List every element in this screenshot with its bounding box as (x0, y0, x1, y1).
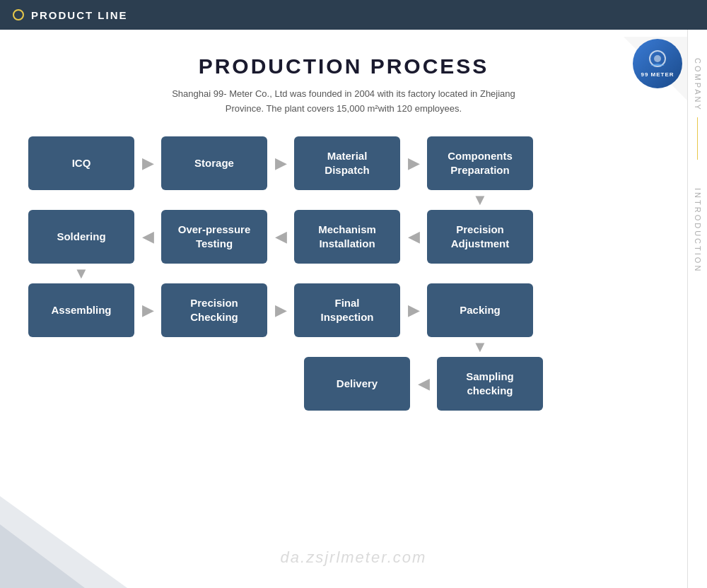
arrow-right-3: ▶ (400, 154, 427, 172)
down-arrow-soldering: ▼ (28, 264, 134, 283)
arrow-left-3: ◀ (400, 228, 427, 246)
process-box-delivery: Delivery (304, 357, 410, 411)
process-box-precision-adjustment: Precision Adjustment (427, 210, 533, 264)
sidebar-text2: INTRODUCTION (694, 188, 702, 273)
page-title: PRODUCTION PROCESS (21, 54, 666, 78)
right-sidebar: COMPANY INTRODUCTION (687, 30, 707, 588)
watermark: da.zsjrlmeter.com (281, 548, 427, 567)
process-row-4: Delivery ◀ Sampling checking (28, 357, 659, 411)
down-arrow-row-2: ▼ (28, 264, 659, 283)
process-box-components-preparation: Components Preparation (427, 136, 533, 190)
arrow-right-2: ▶ (267, 154, 294, 172)
process-box-mechanism: Mechanism Installation (294, 210, 400, 264)
process-row-2: Soldering ◀ Over-pressure Testing ◀ Mech… (28, 210, 659, 264)
arrow-right-6: ▶ (400, 301, 427, 319)
arrow-right-4: ▶ (134, 301, 161, 319)
down-arrow-row-3: ▼ (28, 337, 659, 357)
subtitle-line1: Shanghai 99- Meter Co., Ltd was founded … (172, 88, 515, 99)
process-box-sampling: Sampling checking (437, 357, 543, 411)
down-arrow-cp: ▼ (427, 191, 533, 209)
sidebar-line (697, 117, 698, 160)
process-row-3: Assembling ▶ Precision Checking ▶ Final … (28, 283, 659, 337)
process-box-assembling: Assembling (28, 283, 134, 337)
arrow-left-2: ◀ (267, 228, 294, 246)
process-container: ICQ ▶ Storage ▶ Material Dispatch ▶ Comp… (21, 136, 666, 411)
header-bar: PRODUCT LINE (0, 0, 707, 30)
process-row-1: ICQ ▶ Storage ▶ Material Dispatch ▶ Comp… (28, 136, 659, 190)
process-box-final-inspection: Final Inspection (294, 283, 400, 337)
down-arrow-row-1: ▼ (28, 190, 659, 210)
arrow-left-1: ◀ (134, 228, 161, 246)
process-box-precision-checking: Precision Checking (161, 283, 267, 337)
process-box-over-pressure: Over-pressure Testing (161, 210, 267, 264)
arrow-left-4: ◀ (410, 375, 437, 393)
process-box-storage: Storage (161, 136, 267, 190)
process-box-icq: ICQ (28, 136, 134, 190)
down-arrow-packing: ▼ (427, 338, 533, 356)
process-box-packing: Packing (427, 283, 533, 337)
main-content: PRODUCTION PROCESS Shanghai 99- Meter Co… (0, 30, 687, 588)
header-circle-icon (13, 9, 24, 20)
arrow-right-5: ▶ (267, 301, 294, 319)
subtitle-line2: Province. The plant covers 15,000 m²with… (226, 103, 462, 114)
page-subtitle: Shanghai 99- Meter Co., Ltd was founded … (21, 87, 666, 117)
header-title: PRODUCT LINE (31, 9, 128, 21)
sidebar-text1: COMPANY (694, 58, 702, 112)
process-box-soldering: Soldering (28, 210, 134, 264)
arrow-right-1: ▶ (134, 154, 161, 172)
process-box-material-dispatch: Material Dispatch (294, 136, 400, 190)
